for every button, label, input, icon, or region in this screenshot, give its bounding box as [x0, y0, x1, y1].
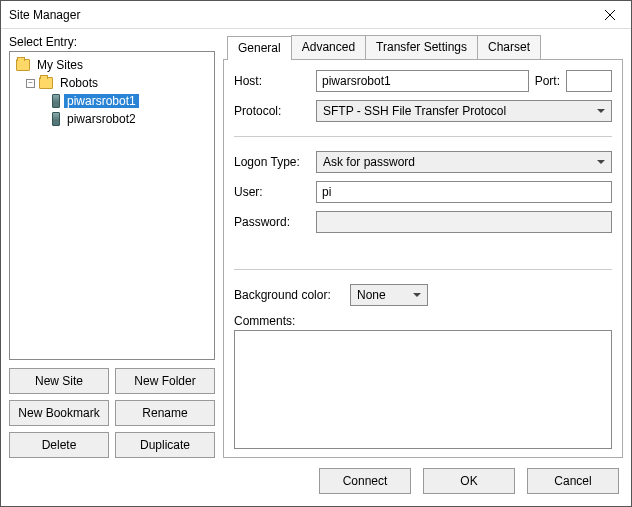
folder-icon: [39, 77, 53, 89]
cancel-button[interactable]: Cancel: [527, 468, 619, 494]
bgcolor-label: Background color:: [234, 288, 344, 302]
comments-label: Comments:: [234, 314, 295, 328]
ok-button[interactable]: OK: [423, 468, 515, 494]
protocol-label: Protocol:: [234, 104, 310, 118]
port-label: Port:: [535, 74, 560, 88]
user-input[interactable]: [316, 181, 612, 203]
connect-button[interactable]: Connect: [319, 468, 411, 494]
port-input[interactable]: [566, 70, 612, 92]
select-entry-label: Select Entry:: [9, 35, 215, 49]
protocol-value: SFTP - SSH File Transfer Protocol: [323, 104, 506, 118]
divider: [234, 136, 612, 137]
site-manager-window: Site Manager Select Entry: My Sites − Ro…: [0, 0, 632, 507]
tree-item-label: piwarsrobot2: [64, 112, 139, 126]
bgcolor-value: None: [357, 288, 386, 302]
window-title: Site Manager: [9, 8, 589, 22]
close-button[interactable]: [589, 1, 631, 29]
duplicate-button[interactable]: Duplicate: [115, 432, 215, 458]
collapse-icon[interactable]: −: [26, 79, 35, 88]
tab-charset[interactable]: Charset: [477, 35, 541, 59]
tree-item[interactable]: piwarsrobot2: [12, 110, 212, 128]
left-pane: Select Entry: My Sites − Robots piwarsro…: [9, 35, 215, 458]
comments-textarea[interactable]: [234, 330, 612, 449]
bgcolor-select[interactable]: None: [350, 284, 428, 306]
logon-type-value: Ask for password: [323, 155, 415, 169]
logon-type-select[interactable]: Ask for password: [316, 151, 612, 173]
rename-button[interactable]: Rename: [115, 400, 215, 426]
tab-general[interactable]: General: [227, 36, 292, 60]
close-icon: [605, 10, 615, 20]
new-site-button[interactable]: New Site: [9, 368, 109, 394]
tree-root[interactable]: My Sites: [12, 56, 212, 74]
new-folder-button[interactable]: New Folder: [115, 368, 215, 394]
host-label: Host:: [234, 74, 310, 88]
general-panel: Host: Port: Protocol: SFTP - SSH File Tr…: [223, 59, 623, 458]
divider: [234, 269, 612, 270]
site-tree[interactable]: My Sites − Robots piwarsrobot1 piwarsrob…: [9, 51, 215, 360]
tree-item-label: piwarsrobot1: [64, 94, 139, 108]
protocol-select[interactable]: SFTP - SSH File Transfer Protocol: [316, 100, 612, 122]
tab-transfer-settings[interactable]: Transfer Settings: [365, 35, 478, 59]
tab-strip: General Advanced Transfer Settings Chars…: [227, 35, 623, 59]
delete-button[interactable]: Delete: [9, 432, 109, 458]
password-label: Password:: [234, 215, 310, 229]
server-icon: [52, 112, 60, 126]
password-input: [316, 211, 612, 233]
server-icon: [52, 94, 60, 108]
new-bookmark-button[interactable]: New Bookmark: [9, 400, 109, 426]
tab-advanced[interactable]: Advanced: [291, 35, 366, 59]
logon-type-label: Logon Type:: [234, 155, 310, 169]
dialog-footer: Connect OK Cancel: [1, 458, 631, 506]
site-buttons: New Site New Folder New Bookmark Rename …: [9, 368, 215, 458]
tree-folder[interactable]: − Robots: [12, 74, 212, 92]
folder-icon: [16, 59, 30, 71]
user-label: User:: [234, 185, 310, 199]
tree-root-label: My Sites: [34, 58, 86, 72]
tree-item[interactable]: piwarsrobot1: [12, 92, 212, 110]
tree-folder-label: Robots: [57, 76, 101, 90]
right-pane: General Advanced Transfer Settings Chars…: [223, 35, 623, 458]
host-input[interactable]: [316, 70, 529, 92]
titlebar: Site Manager: [1, 1, 631, 29]
